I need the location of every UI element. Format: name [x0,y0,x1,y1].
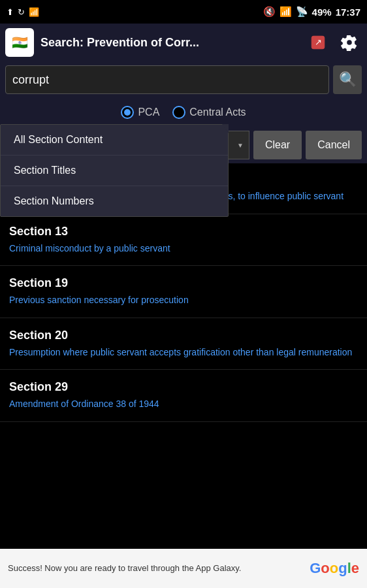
result-item-1[interactable]: Section 13 Criminal misconduct by a publ… [0,214,367,267]
status-bar: ⬆ ↻ 📶 🔇 📶 📡 49% 17:37 [0,0,367,24]
radio-pca[interactable]: PCA [121,106,159,119]
ad-logo-o1: o [321,560,329,576]
share-button[interactable]: ↗ [306,30,330,55]
app-icon: 🇮🇳 [5,28,34,57]
action-bar: 🇮🇳 Search: Prevention of Corr... ↗ [0,24,367,61]
charging-icon: ⬆ [7,7,14,17]
radio-central-acts[interactable]: Central Acts [172,106,246,119]
result-item-4[interactable]: Section 29 Amendment of Ordinance 38 of … [0,370,367,422]
result-desc-1: Criminal misconduct by a public servant [9,242,358,255]
result-desc-2: Previous sanction necessary for prosecut… [9,294,358,307]
ad-logo-o2: o [330,560,338,576]
dropdown-arrow [222,124,229,133]
action-bar-buttons: ↗ [306,30,362,55]
battery-level: 49% [312,7,332,18]
ad-banner: Success! Now you are ready to travel thr… [0,549,367,588]
clock: 17:37 [336,7,360,18]
radio-row: PCA Central Acts [0,98,367,127]
cancel-button[interactable]: Cancel [306,131,362,159]
result-desc-4: Amendment of Ordinance 38 of 1944 [9,398,358,411]
radio-circle-pca [121,106,134,119]
mute-icon: 🔇 [263,6,276,18]
signal-icon: 📡 [296,6,308,18]
settings-button[interactable] [337,30,362,55]
search-icon: 🔍 [339,71,357,88]
search-button[interactable]: 🔍 [333,65,362,94]
radio-pca-label: PCA [138,106,159,118]
search-row: 🔍 [0,61,367,98]
dropdown-item-1[interactable]: Section Titles [1,155,228,186]
radio-central-label: Central Acts [189,106,246,118]
sync-icon: ↻ [18,7,25,17]
status-right: 🔇 📶 📡 49% 17:37 [263,6,360,18]
clear-button[interactable]: Clear [253,131,302,159]
ad-logo: Google [310,560,359,577]
result-item-3[interactable]: Section 20 Presumption where public serv… [0,318,367,370]
page-title: Search: Prevention of Corr... [40,36,299,50]
svg-text:↗: ↗ [315,37,322,47]
result-title-4: Section 29 [9,380,358,394]
radio-circle-central [172,106,185,119]
ad-logo-g2: g [338,560,347,576]
search-input[interactable] [5,65,329,94]
app-icon-emoji: 🇮🇳 [12,35,28,50]
result-title-1: Section 13 [9,225,358,238]
result-title-2: Section 19 [9,276,358,290]
results-list: Section 8 Taking gratification, in order… [0,162,367,549]
result-item-2[interactable]: Section 19 Previous sanction necessary f… [0,266,367,318]
ad-logo-e: e [351,560,359,576]
wifi-icon: 📶 [279,6,292,18]
dropdown-item-2[interactable]: Section Numbers [1,186,228,216]
result-desc-3: Presumption where public servant accepts… [9,346,358,359]
ad-text: Success! Now you are ready to travel thr… [8,563,303,574]
dropdown-menu: All Section Content Section Titles Secti… [0,124,229,217]
dropdown-item-0[interactable]: All Section Content [1,125,228,155]
ad-logo-g1: G [310,560,321,576]
status-icons: ⬆ ↻ 📶 [7,7,39,17]
notification-icon: 📶 [29,7,39,17]
result-title-3: Section 20 [9,329,358,342]
